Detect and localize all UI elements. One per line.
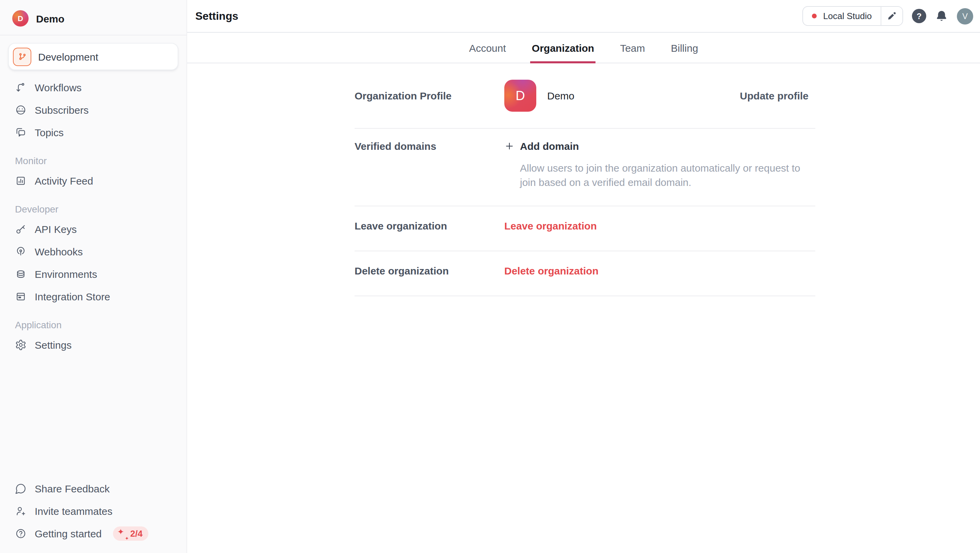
notifications-button[interactable] <box>935 10 948 22</box>
row-label: Verified domains <box>355 140 504 152</box>
main-area: Settings Local Studio <box>187 0 980 553</box>
app-window: D Demo Development Workflows <box>0 0 980 553</box>
top-bar: Settings Local Studio <box>187 0 980 33</box>
invite-teammates-label: Invite teammates <box>35 505 112 517</box>
sidebar-item-environments[interactable]: Environments <box>8 263 178 285</box>
verified-domains-cell: Add domain Allow users to join the organ… <box>504 140 815 189</box>
sidebar-item-workflows[interactable]: Workflows <box>8 76 178 99</box>
pencil-icon <box>888 11 896 21</box>
progress-count: 2/4 <box>130 529 143 539</box>
share-feedback-label: Share Feedback <box>35 483 110 494</box>
workflows-icon <box>15 82 27 93</box>
chat-bubble-icon <box>15 483 27 494</box>
org-name: Demo <box>36 13 64 24</box>
git-branch-icon <box>13 47 31 66</box>
leave-organization-row: Leave organization Leave organization <box>355 206 815 251</box>
tab-account[interactable]: Account <box>468 33 507 63</box>
sidebar-nav: Workflows Subscribers To <box>8 76 178 356</box>
tab-label: Account <box>469 42 506 53</box>
sidebar-item-label: Environments <box>35 268 97 280</box>
organization-avatar-initial: D <box>515 88 525 103</box>
local-studio-button[interactable]: Local Studio <box>803 7 881 25</box>
delete-organization-row: Delete organization Delete organization <box>355 251 815 296</box>
delete-organization-button[interactable]: Delete organization <box>504 265 598 276</box>
getting-started-label: Getting started <box>35 528 102 539</box>
row-label: Organization Profile <box>355 90 504 102</box>
nav-section-application: Application <box>8 319 178 330</box>
sidebar-item-api-keys[interactable]: API Keys <box>8 218 178 241</box>
sidebar-item-settings[interactable]: Settings <box>8 334 178 356</box>
sidebar-item-label: Webhooks <box>35 246 83 257</box>
add-domain-button[interactable]: Add domain <box>504 140 815 152</box>
plus-icon <box>504 141 514 151</box>
topics-icon <box>15 127 27 138</box>
user-avatar[interactable]: V <box>957 8 973 24</box>
bell-icon <box>935 10 948 22</box>
tab-label: Billing <box>671 42 698 53</box>
organization-profile-row: Organization Profile D Demo Update profi… <box>355 63 815 129</box>
organization-settings-content: Organization Profile D Demo Update profi… <box>355 63 815 296</box>
sidebar-spacer <box>8 356 178 477</box>
top-bar-actions: Local Studio ? <box>803 6 973 26</box>
key-icon <box>15 223 27 235</box>
add-domain-label: Add domain <box>520 140 579 152</box>
environment-label: Development <box>38 51 98 62</box>
organization-avatar: D <box>504 80 536 112</box>
question-mark-icon: ? <box>917 11 922 21</box>
user-avatar-initial: V <box>962 11 968 21</box>
tab-label: Organization <box>532 42 594 53</box>
tab-team[interactable]: Team <box>619 33 646 63</box>
sidebar-item-label: Activity Feed <box>35 175 93 186</box>
sparkles-icon: ✦✦ <box>118 529 127 539</box>
tab-billing[interactable]: Billing <box>670 33 700 63</box>
local-studio-label: Local Studio <box>823 11 872 21</box>
getting-started-progress-badge: ✦✦ 2/4 <box>113 526 149 541</box>
sidebar-item-label: Workflows <box>35 82 82 93</box>
user-plus-icon <box>15 505 27 517</box>
help-circle-icon <box>15 528 27 539</box>
invite-teammates-button[interactable]: Invite teammates <box>8 500 178 522</box>
sidebar-item-webhooks[interactable]: Webhooks <box>8 241 178 263</box>
sidebar-item-integration-store[interactable]: Integration Store <box>8 285 178 308</box>
getting-started-button[interactable]: Getting started ✦✦ 2/4 <box>8 522 178 545</box>
tab-organization[interactable]: Organization <box>530 33 595 63</box>
sidebar-item-label: Subscribers <box>35 104 89 116</box>
verified-domains-row: Verified domains Add domain Allow users … <box>355 129 815 206</box>
sidebar-divider <box>0 35 186 35</box>
environment-selector[interactable]: Development <box>8 43 178 70</box>
org-avatar-initial: D <box>18 14 23 22</box>
sidebar-item-label: API Keys <box>35 223 76 235</box>
activity-feed-icon <box>15 175 27 186</box>
webhook-icon <box>15 246 27 257</box>
local-studio-pill: Local Studio <box>803 6 903 26</box>
status-dot-icon <box>812 14 817 18</box>
page-title: Settings <box>195 10 238 22</box>
subscribers-icon <box>15 104 27 116</box>
organization-profile-cell: D Demo Update profile <box>504 80 815 112</box>
row-label: Leave organization <box>355 220 504 231</box>
share-feedback-button[interactable]: Share Feedback <box>8 477 178 500</box>
leave-organization-button[interactable]: Leave organization <box>504 220 597 231</box>
update-profile-button[interactable]: Update profile <box>740 90 815 102</box>
sidebar-item-label: Topics <box>35 127 64 138</box>
edit-button[interactable] <box>881 7 902 25</box>
sidebar-item-label: Settings <box>35 339 72 351</box>
tab-label: Team <box>620 42 645 53</box>
sidebar-item-label: Integration Store <box>35 291 110 302</box>
settings-tabs: Account Organization Team Billing <box>187 33 980 63</box>
nav-section-developer: Developer <box>8 204 178 215</box>
database-icon <box>15 268 27 280</box>
org-avatar: D <box>12 10 29 27</box>
help-button[interactable]: ? <box>912 9 926 23</box>
store-icon <box>15 291 27 302</box>
verified-domains-description: Allow users to join the organization aut… <box>520 161 815 189</box>
sidebar-item-subscribers[interactable]: Subscribers <box>8 99 178 121</box>
sidebar: D Demo Development Workflows <box>0 0 187 553</box>
sidebar-item-topics[interactable]: Topics <box>8 121 178 144</box>
row-label: Delete organization <box>355 265 504 276</box>
organization-name: Demo <box>547 90 574 102</box>
org-switcher[interactable]: D Demo <box>8 9 178 35</box>
gear-icon <box>15 339 27 351</box>
nav-section-monitor: Monitor <box>8 155 178 166</box>
sidebar-item-activity-feed[interactable]: Activity Feed <box>8 170 178 192</box>
